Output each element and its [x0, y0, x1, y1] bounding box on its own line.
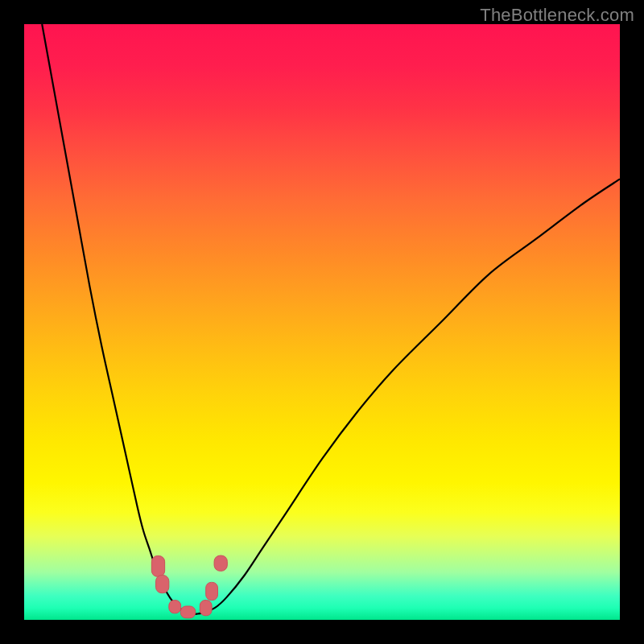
- chart-frame: TheBottleneck.com: [0, 0, 644, 644]
- curve-marker: [200, 601, 212, 616]
- plot-area: [24, 24, 620, 620]
- curve-marker: [180, 606, 196, 618]
- bottleneck-curve: [42, 24, 620, 614]
- curve-marker: [169, 601, 181, 613]
- curve-markers: [151, 555, 227, 618]
- curve-marker: [151, 555, 164, 576]
- curve-marker: [206, 582, 218, 600]
- curve-marker: [156, 576, 169, 593]
- curve-marker: [214, 555, 227, 571]
- watermark-text: TheBottleneck.com: [480, 5, 634, 26]
- bottleneck-curve-svg: [24, 24, 620, 620]
